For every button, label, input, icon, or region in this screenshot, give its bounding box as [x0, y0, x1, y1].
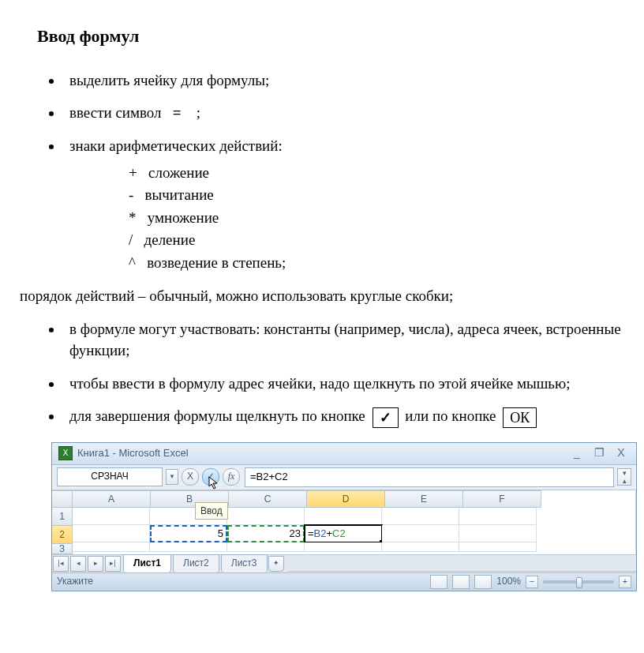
op-plus: + сложение [129, 162, 624, 185]
sheet-nav-last-icon[interactable]: ▸| [105, 556, 121, 572]
new-sheet-icon[interactable]: ✦ [268, 556, 284, 572]
page-title: Ввод формул [37, 24, 624, 49]
text: или по кнопке [405, 407, 496, 424]
sheet-tabs-bar: |◂ ◂ ▸ ▸| Лист1 Лист2 Лист3 ✦ [52, 554, 636, 572]
cell[interactable] [305, 542, 382, 552]
op-div: / деление [129, 229, 624, 252]
zoom-label: 100% [496, 575, 521, 588]
formula-input[interactable]: =B2+C2 [245, 467, 614, 487]
cell[interactable] [73, 525, 150, 542]
row-header[interactable]: 2 [52, 526, 73, 544]
bullet-item: чтобы ввести в формулу адрес ячейки, над… [63, 373, 624, 395]
bullet-item: для завершения формулы щелкнуть по кнопк… [63, 405, 624, 428]
equals-symbol: = [173, 104, 182, 121]
text: = [308, 527, 314, 539]
cell[interactable] [459, 542, 537, 552]
check-icon: ✓ [207, 471, 215, 482]
cell[interactable] [73, 508, 150, 525]
col-header[interactable]: E [385, 490, 463, 508]
order-note: порядок действий – обычный, можно исполь… [20, 285, 624, 307]
zoom-in-button[interactable]: + [619, 576, 631, 588]
fx-button[interactable]: fx [223, 468, 240, 486]
cell[interactable] [459, 508, 537, 525]
check-button-box: ✓ [373, 407, 399, 428]
cell-c2[interactable]: 23 [227, 525, 305, 542]
col-header[interactable]: C [229, 490, 307, 508]
bullet-item: выделить ячейку для формулы; [63, 69, 624, 92]
cell[interactable] [227, 508, 305, 525]
bullet-list: выделить ячейку для формулы; ввести симв… [20, 69, 624, 274]
view-pagebreak-icon[interactable] [474, 575, 492, 589]
view-layout-icon[interactable] [452, 575, 470, 589]
bullet-item: знаки арифметических действий: + сложени… [63, 135, 624, 274]
sheet-tab[interactable]: Лист1 [123, 554, 171, 572]
sheet-nav-next-icon[interactable]: ▸ [88, 556, 103, 572]
maximize-icon[interactable]: ❐ [590, 447, 608, 460]
excel-title-bar: X Книга1 - Microsoft Excel _ ❐ X [52, 443, 636, 465]
zoom-out-button[interactable]: − [526, 576, 538, 588]
sheet-tab[interactable]: Лист2 [173, 554, 219, 572]
sheet-nav-prev-icon[interactable]: ◂ [70, 556, 86, 572]
close-icon[interactable]: X [612, 447, 630, 460]
row-header[interactable]: 3 [52, 544, 73, 554]
cell[interactable] [227, 542, 305, 552]
sheet-nav-first-icon[interactable]: |◂ [53, 556, 69, 572]
text: знаки арифметических действий: [69, 137, 283, 154]
operators-list: + сложение - вычитание * умножение / дел… [129, 162, 624, 275]
status-text: Укажите [57, 575, 93, 588]
spreadsheet-grid: 1 2 3 A B C D E F 5 [52, 490, 636, 554]
enter-button[interactable]: ✓ Ввод [202, 468, 219, 486]
name-box[interactable]: СРЗНАЧ [57, 467, 163, 486]
formula-bar: СРЗНАЧ ▼ X ✓ Ввод fx =B2+C2 ▾▴ [52, 465, 636, 490]
row-header[interactable]: 1 [52, 508, 73, 526]
col-header[interactable]: F [463, 490, 541, 508]
minimize-icon[interactable]: _ [568, 447, 586, 460]
ref-c2: C2 [332, 527, 346, 539]
status-bar: Укажите 100% − + [52, 572, 636, 591]
zoom-slider-thumb[interactable] [576, 577, 582, 588]
excel-screenshot: X Книга1 - Microsoft Excel _ ❐ X СРЗНАЧ … [51, 442, 637, 591]
cell[interactable] [150, 542, 227, 552]
cell[interactable] [382, 508, 459, 525]
window-title: Книга1 - Microsoft Excel [77, 446, 189, 461]
cell-b2[interactable]: 5 [150, 525, 227, 542]
expand-formula-bar-icon[interactable]: ▾▴ [617, 468, 631, 486]
name-box-dropdown-icon[interactable]: ▼ [166, 469, 178, 485]
text: для завершения формулы щелкнуть по кнопк… [69, 407, 365, 424]
cell[interactable] [382, 525, 459, 542]
text: ввести символ [69, 104, 162, 121]
cell-d2-active[interactable]: =B2+C2 [305, 525, 382, 542]
cell[interactable] [305, 508, 382, 525]
ref-b2: B2 [314, 527, 327, 539]
excel-app-icon: X [58, 446, 73, 460]
bullet-item: ввести символ = ; [63, 102, 624, 124]
sheet-tab[interactable]: Лист3 [221, 554, 268, 572]
cell[interactable] [459, 525, 537, 542]
text: + [327, 527, 333, 539]
col-header[interactable]: D [307, 490, 385, 508]
zoom-slider[interactable] [543, 580, 614, 584]
view-normal-icon[interactable] [430, 575, 447, 589]
op-mul: * умножение [129, 207, 624, 230]
cancel-button[interactable]: X [182, 468, 199, 486]
text: ; [197, 104, 200, 121]
bullet-item: в формуле могут участвовать: константы (… [63, 318, 624, 362]
op-pow: ^ возведение в степень; [129, 252, 624, 275]
op-minus: - вычитание [129, 184, 624, 207]
bullet-list-2: в формуле могут участвовать: константы (… [20, 318, 624, 428]
cell[interactable] [382, 542, 459, 552]
select-all-corner[interactable] [52, 490, 73, 508]
cell[interactable] [73, 542, 150, 552]
col-header[interactable]: A [73, 490, 151, 508]
ok-button-box: ОК [503, 407, 537, 428]
enter-tooltip: Ввод [195, 502, 228, 520]
